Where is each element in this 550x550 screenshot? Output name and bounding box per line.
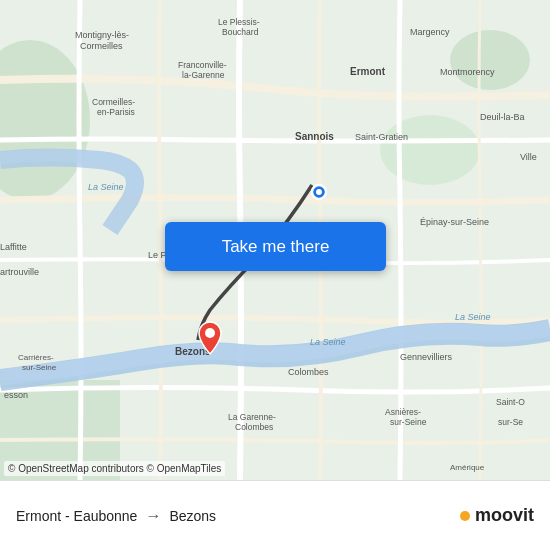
svg-text:Saint-Gratien: Saint-Gratien <box>355 132 408 142</box>
svg-text:La Garenne-: La Garenne- <box>228 412 276 422</box>
svg-text:La Seine: La Seine <box>88 182 124 192</box>
origin-pin <box>310 183 328 205</box>
svg-text:La Seine: La Seine <box>455 312 491 322</box>
take-me-there-button[interactable]: Take me there <box>165 222 386 271</box>
svg-text:Cormeilles: Cormeilles <box>80 41 123 51</box>
destination-label: Bezons <box>169 508 216 524</box>
svg-point-4 <box>380 115 480 185</box>
svg-text:Franconville-: Franconville- <box>178 60 227 70</box>
svg-text:Cormeilles-: Cormeilles- <box>92 97 135 107</box>
svg-text:sur-Seine: sur-Seine <box>22 363 57 372</box>
svg-text:Montmorency: Montmorency <box>440 67 495 77</box>
route-info: Ermont - Eaubonne → Bezons <box>16 507 460 525</box>
svg-text:Gennevilliers: Gennevilliers <box>400 352 453 362</box>
svg-text:Montigny-lès-: Montigny-lès- <box>75 30 129 40</box>
svg-text:Carrières-: Carrières- <box>18 353 54 362</box>
svg-text:la-Garenne: la-Garenne <box>182 70 225 80</box>
svg-text:Saint-O: Saint-O <box>496 397 525 407</box>
svg-text:Deuil-la-Ba: Deuil-la-Ba <box>480 112 525 122</box>
svg-text:Colombes: Colombes <box>235 422 273 432</box>
svg-text:esson: esson <box>4 390 28 400</box>
svg-point-42 <box>205 328 215 338</box>
svg-text:La Seine: La Seine <box>310 337 346 347</box>
svg-text:Épinay-sur-Seine: Épinay-sur-Seine <box>420 217 489 227</box>
bottom-bar: Ermont - Eaubonne → Bezons moovit <box>0 480 550 550</box>
svg-point-41 <box>316 189 322 195</box>
svg-text:Sannois: Sannois <box>295 131 334 142</box>
moovit-dot <box>460 511 470 521</box>
svg-text:Laffitte: Laffitte <box>0 242 27 252</box>
arrow-icon: → <box>145 507 161 525</box>
map-attribution: © OpenStreetMap contributors © OpenMapTi… <box>4 461 225 476</box>
svg-text:Colombes: Colombes <box>288 367 329 377</box>
destination-pin <box>196 320 224 360</box>
moovit-text: moovit <box>475 505 534 526</box>
moovit-logo: moovit <box>460 505 534 526</box>
svg-point-2 <box>450 30 530 90</box>
svg-text:Amérique: Amérique <box>450 463 485 472</box>
svg-text:artrouville: artrouville <box>0 267 39 277</box>
svg-text:Ermont: Ermont <box>350 66 386 77</box>
map-container: Montigny-lès- Cormeilles Le Plessis- Bou… <box>0 0 550 480</box>
svg-text:Asnières-: Asnières- <box>385 407 421 417</box>
svg-text:sur-Seine: sur-Seine <box>390 417 427 427</box>
svg-text:Bouchard: Bouchard <box>222 27 259 37</box>
svg-text:Le Plessis-: Le Plessis- <box>218 17 260 27</box>
origin-label: Ermont - Eaubonne <box>16 508 137 524</box>
svg-text:en-Parisis: en-Parisis <box>97 107 135 117</box>
svg-text:Ville: Ville <box>520 152 537 162</box>
svg-text:sur-Se: sur-Se <box>498 417 523 427</box>
svg-text:Margency: Margency <box>410 27 450 37</box>
